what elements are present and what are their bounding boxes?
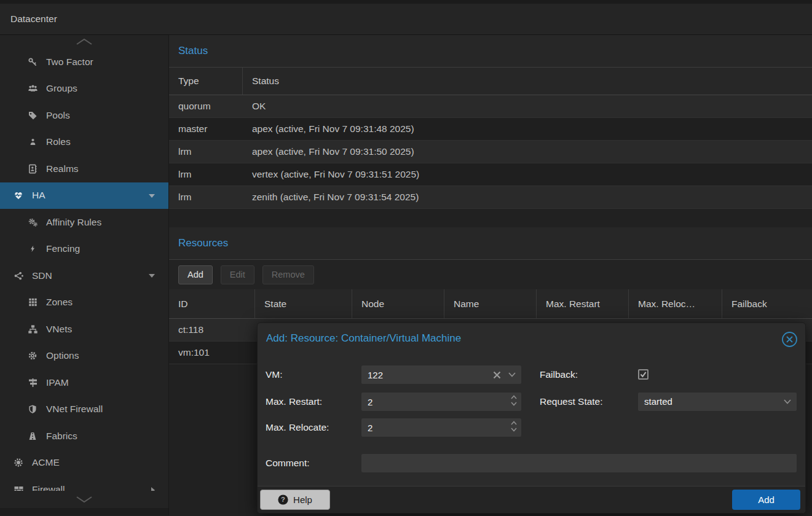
comment-input[interactable]: [361, 454, 797, 472]
edit-button[interactable]: Edit: [221, 265, 254, 284]
sidebar-item-firewall[interactable]: Firewall: [0, 476, 168, 491]
sidebar-item-ipam[interactable]: IPAM: [0, 369, 168, 396]
breadcrumb-bar: Datacenter: [0, 4, 812, 35]
sidebar-item-label: Fabrics: [46, 431, 77, 442]
check-icon: [640, 371, 647, 378]
sidebar-item-vnets[interactable]: VNets: [0, 316, 168, 343]
sidebar-item-firewall-clipped[interactable]: Firewall: [0, 476, 168, 491]
column-header-status[interactable]: Status: [243, 68, 812, 95]
close-icon[interactable]: [781, 331, 798, 348]
max-restart-label: Max. Restart:: [266, 393, 322, 411]
chevron-down-icon: [75, 496, 93, 503]
column-header-name[interactable]: Name: [444, 289, 537, 318]
status-row-type: master: [169, 123, 243, 135]
resources-table-header: ID State Node Name Max. Restart Max. Rel…: [169, 289, 812, 319]
column-header-max-relocate[interactable]: Max. Reloc…: [629, 289, 722, 318]
status-row-status: apex (active, Fri Nov 7 09:31:48 2025): [243, 123, 812, 135]
sidebar-item-label: VNet Firewall: [46, 404, 103, 415]
max-relocate-input[interactable]: [361, 418, 521, 437]
share-nodes-icon: [12, 271, 25, 281]
sidebar-item-realms[interactable]: Realms: [0, 155, 168, 182]
sidebar: Two Factor Groups Pools Roles Realms: [0, 35, 169, 515]
sidebar-item-label: Realms: [46, 163, 79, 174]
add-resource-dialog: Add: Resource: Container/Virtual Machine…: [257, 322, 806, 514]
sidebar-item-label: ACME: [32, 457, 60, 468]
gear-icon: [26, 351, 39, 361]
status-table-header: Type Status: [169, 68, 812, 95]
sidebar-item-acme[interactable]: ACME: [0, 450, 168, 477]
road-icon: [26, 431, 39, 441]
dialog-add-button[interactable]: Add: [732, 490, 800, 510]
key-icon: [26, 57, 39, 67]
resource-row-id: ct:118: [169, 324, 255, 335]
chevron-up-icon: [75, 38, 93, 45]
user-icon: [26, 137, 39, 147]
address-book-icon: [26, 164, 39, 174]
sidebar-scroll-up[interactable]: [0, 35, 168, 49]
request-state-value: started: [638, 393, 797, 411]
panel-gap: [169, 209, 812, 227]
vm-label: VM:: [266, 366, 283, 384]
column-header-state[interactable]: State: [255, 289, 352, 318]
request-state-select[interactable]: started: [638, 393, 797, 411]
comment-field: [361, 454, 797, 472]
request-state-label: Request State:: [540, 393, 603, 411]
spinner-arrows[interactable]: [511, 421, 517, 432]
spinner-arrows[interactable]: [511, 395, 517, 406]
help-button-label: Help: [293, 495, 312, 505]
chevron-down-icon[interactable]: [148, 193, 156, 198]
tag-icon: [26, 111, 39, 120]
users-icon: [26, 84, 39, 93]
sidebar-item-ha[interactable]: HA: [0, 182, 168, 209]
chevron-down-icon: [511, 428, 517, 432]
max-restart-spinner: [361, 393, 521, 411]
dialog-footer: ? Help Add: [258, 486, 805, 513]
sidebar-item-zones[interactable]: Zones: [0, 289, 168, 316]
sidebar-item-vnet-firewall[interactable]: VNet Firewall: [0, 396, 168, 423]
max-restart-input[interactable]: [361, 393, 521, 411]
failback-checkbox[interactable]: [638, 369, 648, 380]
sidebar-item-options[interactable]: Options: [0, 343, 168, 370]
column-header-max-restart[interactable]: Max. Restart: [537, 289, 629, 318]
table-row[interactable]: lrm zenith (active, Fri Nov 7 09:31:54 2…: [169, 186, 812, 209]
sidebar-item-sdn[interactable]: SDN: [0, 262, 168, 289]
sidebar-item-fencing[interactable]: Fencing: [0, 236, 168, 263]
help-button[interactable]: ? Help: [260, 490, 330, 510]
remove-button[interactable]: Remove: [262, 265, 314, 284]
column-header-type[interactable]: Type: [169, 68, 243, 95]
signpost-icon: [26, 378, 39, 388]
sidebar-item-label: Pools: [46, 110, 70, 121]
table-row[interactable]: master apex (active, Fri Nov 7 09:31:48 …: [169, 118, 812, 141]
add-button[interactable]: Add: [178, 265, 213, 284]
resources-panel-title: Resources: [178, 237, 228, 249]
table-row[interactable]: quorum OK: [169, 95, 812, 118]
gears-icon: [26, 217, 39, 227]
chevron-down-icon[interactable]: [148, 273, 156, 278]
sidebar-item-label: VNets: [46, 324, 72, 335]
sidebar-item-fabrics[interactable]: Fabrics: [0, 423, 168, 450]
brick-wall-icon: [12, 485, 25, 491]
sidebar-item-affinity-rules[interactable]: Affinity Rules: [0, 209, 168, 236]
certificate-icon: [12, 458, 25, 467]
column-header-node[interactable]: Node: [352, 289, 444, 318]
page-title: Datacenter: [10, 14, 57, 25]
status-row-status: OK: [243, 101, 812, 112]
sidebar-item-two-factor[interactable]: Two Factor: [0, 49, 168, 76]
status-row-status: apex (active, Fri Nov 7 09:31:50 2025): [243, 146, 812, 157]
sidebar-item-label: Firewall: [32, 484, 65, 491]
sidebar-item-label: Affinity Rules: [46, 217, 101, 228]
clear-icon[interactable]: [493, 371, 501, 379]
chevron-down-icon[interactable]: [508, 372, 516, 377]
resources-toolbar: Add Edit Remove: [169, 260, 812, 289]
status-row-type: lrm: [169, 169, 243, 180]
sidebar-item-groups[interactable]: Groups: [0, 76, 168, 103]
column-header-failback[interactable]: Failback: [722, 289, 812, 318]
sidebar-item-pools[interactable]: Pools: [0, 102, 168, 129]
sitemap-icon: [26, 324, 39, 334]
column-header-id[interactable]: ID: [169, 289, 255, 318]
vm-combobox: [361, 366, 521, 384]
table-row[interactable]: lrm vertex (active, Fri Nov 7 09:31:51 2…: [169, 163, 812, 186]
sidebar-item-roles[interactable]: Roles: [0, 129, 168, 156]
sidebar-scroll-down[interactable]: [0, 491, 168, 508]
table-row[interactable]: lrm apex (active, Fri Nov 7 09:31:50 202…: [169, 141, 812, 163]
